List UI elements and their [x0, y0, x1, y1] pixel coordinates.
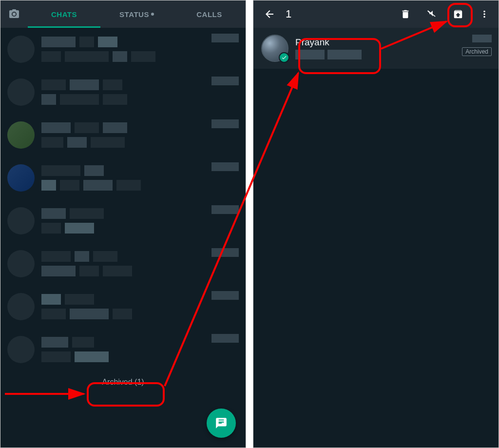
timestamp [211, 334, 239, 343]
timestamp [211, 162, 239, 171]
timestamp [211, 291, 239, 300]
selection-check-icon [279, 52, 289, 63]
archived-label: Archived (1) [102, 378, 144, 386]
avatar-wrap [261, 35, 288, 62]
tabs: CHATS STATUS CALLS [28, 0, 246, 28]
timestamp [472, 35, 492, 42]
more-options-button[interactable] [473, 3, 496, 25]
unarchive-icon [453, 9, 463, 19]
status-unread-dot-icon [151, 13, 154, 16]
avatar [7, 164, 35, 192]
timestamp [211, 77, 239, 85]
unarchive-button[interactable] [447, 3, 469, 25]
tab-calls-label: CALLS [196, 10, 222, 19]
tab-status[interactable]: STATUS [100, 0, 173, 28]
top-bar: CHATS STATUS CALLS [0, 0, 246, 28]
new-chat-icon [215, 417, 228, 429]
timestamp [211, 205, 239, 214]
camera-button[interactable] [0, 8, 28, 20]
phone-chats-screen: CHATS STATUS CALLS [0, 0, 246, 448]
selection-count: 1 [284, 8, 390, 20]
arrow-back-icon [264, 8, 275, 20]
trash-icon [400, 9, 411, 19]
mute-button[interactable] [421, 3, 443, 25]
avatar [7, 36, 35, 63]
timestamp [211, 119, 239, 128]
avatar [7, 207, 35, 234]
chat-row[interactable] [0, 199, 246, 242]
chat-row[interactable] [0, 114, 246, 156]
avatar [7, 121, 35, 149]
chat-row[interactable] [0, 285, 246, 328]
selection-top-bar: 1 [253, 0, 499, 28]
more-vert-icon [479, 9, 490, 19]
selected-chat-row[interactable]: Prayank Archived [253, 28, 499, 69]
back-button[interactable] [259, 8, 280, 20]
chat-row[interactable] [0, 328, 246, 371]
delete-button[interactable] [394, 3, 417, 25]
new-chat-fab[interactable] [207, 409, 236, 438]
avatar [7, 293, 35, 320]
avatar [7, 78, 35, 106]
tab-chats[interactable]: CHATS [28, 0, 100, 28]
tab-status-label: STATUS [119, 10, 149, 19]
archived-chats-link[interactable]: Archived (1) [0, 371, 246, 393]
archived-badge: Archived [462, 47, 492, 56]
timestamp [211, 34, 239, 42]
camera-icon [8, 8, 20, 20]
mute-off-icon [426, 9, 437, 19]
timestamp [211, 248, 239, 257]
chat-row[interactable] [0, 28, 246, 71]
chat-row[interactable] [0, 156, 246, 199]
tab-chats-label: CHATS [51, 10, 77, 19]
tab-calls[interactable]: CALLS [173, 0, 246, 28]
phone-archived-selection-screen: 1 Prayank [253, 0, 499, 448]
chat-list[interactable]: Archived (1) [0, 28, 246, 393]
chat-row[interactable] [0, 242, 246, 285]
avatar [7, 336, 35, 363]
avatar [7, 250, 35, 277]
chat-row[interactable] [0, 71, 246, 114]
